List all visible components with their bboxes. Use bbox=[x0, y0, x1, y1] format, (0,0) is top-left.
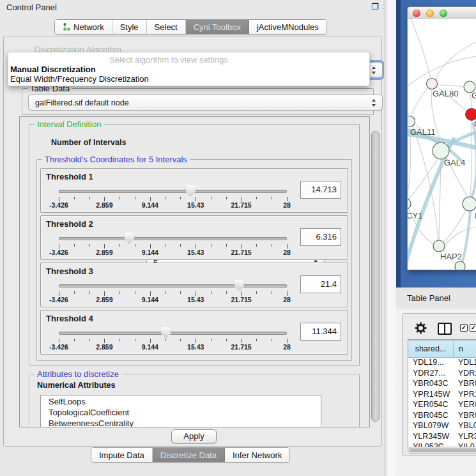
gear-icon[interactable] bbox=[415, 322, 427, 334]
major-tick bbox=[150, 339, 151, 343]
threshold-slider-thumb[interactable] bbox=[125, 233, 134, 244]
minor-tick bbox=[74, 291, 75, 294]
tick-label: 9.144 bbox=[142, 343, 158, 351]
network-node[interactable] bbox=[408, 116, 415, 127]
tab-infer-network[interactable]: Infer Network bbox=[225, 448, 289, 462]
tab-impute-data[interactable]: Impute Data bbox=[91, 448, 153, 462]
threshold-value-field[interactable]: 21.4 bbox=[300, 275, 341, 293]
table-data-combobox[interactable]: galFiltered.sif default node bbox=[28, 95, 383, 111]
minor-tick bbox=[272, 197, 272, 199]
threshold-slider-track[interactable] bbox=[59, 284, 287, 288]
column-header-name[interactable]: n bbox=[453, 340, 476, 358]
table-row[interactable]: YLR345WYLR3 bbox=[408, 432, 476, 443]
attribute-list-item[interactable]: BetweennessCentrality bbox=[49, 418, 134, 427]
threshold-slider-thumb[interactable] bbox=[161, 327, 171, 339]
attribute-list-item[interactable]: SelfLoops bbox=[49, 397, 86, 408]
panel-splitter[interactable] bbox=[384, 0, 396, 476]
tab-label: Network bbox=[73, 22, 104, 32]
tab-label: jActiveMNodules bbox=[257, 22, 319, 32]
tab-select[interactable]: Select bbox=[147, 20, 186, 34]
table-row[interactable]: YPR145WYPR1 bbox=[408, 390, 476, 401]
node-label: GAL11 bbox=[410, 127, 436, 137]
tick-label: 15.43 bbox=[187, 249, 204, 256]
apply-button[interactable]: Apply bbox=[171, 429, 217, 443]
cell-name: YLR3 bbox=[458, 432, 476, 441]
network-node[interactable] bbox=[463, 197, 476, 211]
threshold-slider-thumb[interactable] bbox=[186, 185, 196, 197]
network-window-titlebar[interactable] bbox=[408, 7, 476, 19]
scrollbar-thumb[interactable] bbox=[410, 448, 476, 452]
minor-tick bbox=[180, 339, 181, 341]
threshold-slider-track[interactable] bbox=[59, 237, 287, 240]
network-node[interactable] bbox=[455, 261, 465, 270]
minor-tick bbox=[119, 291, 120, 294]
network-node[interactable] bbox=[433, 240, 445, 252]
table-row[interactable]: YBR043CYBR0 bbox=[408, 379, 476, 390]
network-node[interactable] bbox=[408, 198, 411, 210]
threshold-value-field[interactable]: 14.713 bbox=[300, 181, 341, 199]
attribute-list-item[interactable]: TopologicalCoefficient bbox=[49, 408, 129, 418]
mac-minimize-icon[interactable] bbox=[426, 10, 434, 17]
network-node[interactable] bbox=[433, 142, 449, 159]
table-row[interactable]: YBL079WYBL0 bbox=[408, 421, 476, 432]
checkbox-icon[interactable]: ✓ bbox=[470, 324, 476, 332]
tab-cyni-toolbox[interactable]: Cyni Toolbox bbox=[186, 20, 249, 34]
cell-name: YBR0 bbox=[458, 379, 476, 388]
tick-label: 28 bbox=[283, 249, 291, 256]
threshold-value-field[interactable]: 6.316 bbox=[300, 228, 341, 246]
major-tick bbox=[104, 291, 105, 296]
tick-label: 28 bbox=[283, 296, 291, 303]
mac-zoom-icon[interactable] bbox=[440, 10, 447, 17]
table-row[interactable]: YER054CYER0 bbox=[408, 400, 476, 411]
major-tick bbox=[196, 339, 196, 343]
cell-shared-name: YER054C bbox=[413, 400, 449, 409]
network-graph-icon bbox=[63, 22, 71, 31]
minor-tick bbox=[272, 244, 272, 247]
table-panel-body: ✓ ✓ shared... n YDL19...YDL1YDR27...YDR2… bbox=[396, 309, 476, 476]
minor-tick bbox=[180, 244, 181, 247]
split-columns-icon[interactable] bbox=[438, 323, 452, 335]
tab-style[interactable]: Style bbox=[112, 20, 147, 34]
major-tick bbox=[287, 339, 288, 343]
threshold-label: Threshold 3 bbox=[46, 266, 93, 276]
column-header-shared-name[interactable]: shared... bbox=[408, 340, 454, 358]
network-view-window[interactable]: GAL80GACGAL11GAL4GCY1HHAP2 bbox=[407, 6, 476, 270]
tab-jactivemnodules[interactable]: jActiveMNodules bbox=[249, 20, 326, 34]
threshold-slider-track[interactable] bbox=[59, 190, 287, 193]
cell-shared-name: YBR045C bbox=[413, 411, 449, 420]
threshold-slider-track[interactable] bbox=[59, 332, 287, 335]
minor-tick bbox=[135, 197, 135, 199]
tick-label: 21.715 bbox=[231, 201, 252, 209]
table-row[interactable]: YBR045CYBR0 bbox=[408, 411, 476, 422]
cell-name: YIL0 bbox=[458, 442, 475, 447]
algorithm-option-equal-width[interactable]: Equal Width/Frequency Discretization bbox=[10, 74, 355, 84]
tick-label: 21.715 bbox=[231, 343, 252, 351]
threshold-panel-2: Threshold 2-3.4262.8599.14415.4321.71528… bbox=[40, 215, 348, 260]
major-tick bbox=[59, 291, 59, 296]
node-label: GAL80 bbox=[433, 89, 458, 98]
network-canvas[interactable]: GAL80GACGAL11GAL4GCY1HHAP2 bbox=[408, 19, 476, 270]
network-node[interactable] bbox=[427, 79, 438, 89]
major-tick bbox=[104, 197, 105, 201]
node-label: GAL4 bbox=[444, 158, 465, 167]
tab-discretize-data[interactable]: Discretize Data bbox=[153, 448, 225, 462]
settings-vertical-scrollbar[interactable] bbox=[371, 131, 380, 422]
minor-tick bbox=[272, 291, 272, 294]
settings-scroll-area: Interval Definition Number of Intervals … bbox=[19, 116, 370, 427]
tab-network[interactable]: Network bbox=[55, 20, 112, 34]
major-tick bbox=[104, 339, 105, 343]
table-row[interactable]: YDR27...YDR2 bbox=[408, 369, 476, 380]
table-row[interactable]: YDL19...YDL1 bbox=[408, 358, 476, 369]
minor-tick bbox=[119, 197, 120, 199]
algorithm-option-manual[interactable]: Manual Discretization bbox=[10, 65, 355, 74]
threshold-slider-thumb[interactable] bbox=[234, 280, 244, 291]
major-tick bbox=[196, 291, 196, 296]
minor-tick bbox=[165, 339, 166, 341]
node-label: GA bbox=[472, 91, 476, 100]
table-horizontal-scrollbar[interactable] bbox=[408, 447, 476, 454]
float-window-icon[interactable]: ❐ bbox=[371, 2, 379, 12]
table-row[interactable]: YIL052CYIL0 bbox=[408, 442, 476, 447]
threshold-value-field[interactable]: 11.344 bbox=[300, 323, 341, 341]
mac-close-icon[interactable] bbox=[413, 10, 420, 17]
checkbox-icon[interactable]: ✓ bbox=[460, 324, 468, 332]
